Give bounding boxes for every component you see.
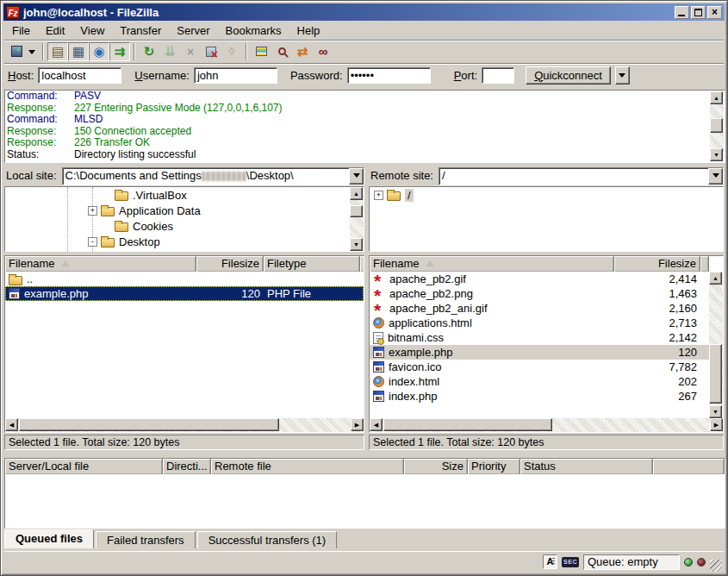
toggle-local-tree-icon[interactable]: ▦ xyxy=(68,42,89,61)
file-row[interactable]: applications.html 2,713 xyxy=(370,316,709,330)
scroll-down-icon[interactable]: ▼ xyxy=(709,405,722,418)
scroll-thumb[interactable] xyxy=(19,418,279,431)
toggle-remote-tree-icon[interactable]: ◉ xyxy=(89,42,109,61)
file-row-example-php[interactable]: example.php 120 xyxy=(370,345,709,360)
column-header-filename[interactable]: Filename xyxy=(370,256,614,272)
tree-item-root[interactable]: + / xyxy=(370,187,723,203)
scroll-up-icon[interactable]: ▲ xyxy=(710,91,723,104)
local-combo-dropdown-icon[interactable] xyxy=(349,168,364,185)
menu-file[interactable]: File xyxy=(4,22,38,39)
file-row[interactable]: index.html 202 xyxy=(370,374,709,389)
file-row-parent-dir[interactable]: .. xyxy=(5,272,364,286)
username-input[interactable] xyxy=(194,67,277,84)
filter-icon[interactable] xyxy=(251,42,271,61)
file-row-example-php[interactable]: example.php 120 PHP File 1 xyxy=(5,286,364,301)
refresh-icon[interactable]: ↻ xyxy=(139,42,159,61)
title-bar[interactable]: Fz john@localhost - FileZilla × xyxy=(3,3,725,21)
refresh-arrows-icon: ↻ xyxy=(144,45,155,58)
quickconnect-dropdown-icon[interactable] xyxy=(615,66,630,85)
column-header-filename[interactable]: Filename xyxy=(5,256,196,272)
menu-view[interactable]: View xyxy=(72,22,112,39)
site-manager-icon[interactable] xyxy=(6,42,27,61)
column-header-direction[interactable]: Directi... xyxy=(163,459,211,474)
close-button[interactable]: × xyxy=(707,6,722,19)
remote-file-list[interactable]: Filename Filesize apache_pb2.gif 2,414 a… xyxy=(369,255,724,433)
file-row[interactable]: apache_pb2_ani.gif 2,160 xyxy=(370,301,709,316)
column-header-size[interactable]: Size xyxy=(404,459,468,474)
tab-failed-transfers[interactable]: Failed transfers xyxy=(96,531,196,548)
process-queue-icon[interactable]: ⇊ xyxy=(159,42,180,61)
scroll-left-icon[interactable]: ◀ xyxy=(370,418,383,431)
sync-browse-icon[interactable]: ⇄ xyxy=(292,42,313,61)
file-row[interactable]: index.php 267 xyxy=(370,389,709,404)
expand-icon[interactable]: + xyxy=(374,191,383,200)
column-header-status[interactable]: Status xyxy=(520,459,653,474)
scroll-thumb[interactable] xyxy=(350,205,363,217)
local-site-combo[interactable]: C:\Documents and Settings\Desktop\ xyxy=(62,167,364,185)
local-directory-tree[interactable]: .VirtualBox +Application Data Cookies -D… xyxy=(4,186,364,252)
host-input[interactable] xyxy=(38,67,121,84)
menu-help[interactable]: Help xyxy=(289,22,328,39)
toggle-log-icon[interactable]: ▤ xyxy=(47,42,68,61)
cancel-icon[interactable]: × xyxy=(180,42,201,61)
column-header-priority[interactable]: Priority xyxy=(468,459,520,474)
tree-item-cookies[interactable]: Cookies xyxy=(5,218,364,234)
scroll-right-icon[interactable]: ▶ xyxy=(351,418,364,431)
resize-grip[interactable] xyxy=(710,560,722,572)
file-row[interactable]: bitnami.css 2,142 xyxy=(370,330,709,345)
scroll-thumb[interactable] xyxy=(709,344,722,404)
column-header-remote-file[interactable]: Remote file xyxy=(211,459,404,474)
scroll-down-icon[interactable]: ▼ xyxy=(710,148,723,161)
disconnect-icon[interactable] xyxy=(201,42,221,61)
toggle-queue-icon[interactable]: ⇉ xyxy=(109,42,130,61)
menu-bookmarks[interactable]: Bookmarks xyxy=(218,22,289,39)
remote-site-combo[interactable]: / xyxy=(439,167,724,185)
menu-transfer[interactable]: Transfer xyxy=(112,22,169,39)
scroll-down-icon[interactable]: ▼ xyxy=(350,238,363,251)
expand-icon[interactable]: + xyxy=(88,206,97,216)
tree-item-desktop[interactable]: -Desktop xyxy=(5,234,364,249)
scroll-right-icon[interactable]: ▶ xyxy=(710,418,723,431)
site-manager-dropdown-icon[interactable] xyxy=(28,50,35,58)
scroll-thumb[interactable] xyxy=(710,118,723,133)
file-row[interactable]: apache_pb2.png 1,463 xyxy=(370,286,709,301)
remote-combo-dropdown-icon[interactable] xyxy=(708,168,723,185)
local-list-hscrollbar[interactable]: ◀ ▶ xyxy=(5,418,364,432)
transfer-type-indicator-icon[interactable]: A xyxy=(543,554,557,569)
transfer-queue[interactable]: Server/Local file Directi... Remote file… xyxy=(4,458,725,529)
log-scrollbar[interactable]: ▲ ▼ xyxy=(710,91,724,161)
local-file-list[interactable]: Filename Filesize Filetype L .. example.… xyxy=(4,255,364,433)
column-header-filesize[interactable]: Filesize xyxy=(196,256,264,272)
collapse-icon[interactable]: - xyxy=(88,237,97,247)
scroll-up-icon[interactable]: ▲ xyxy=(709,272,722,285)
encryption-indicator-icon[interactable]: SEC xyxy=(562,557,579,567)
minimize-button[interactable] xyxy=(675,6,689,19)
find-files-icon[interactable]: ∞ xyxy=(313,42,333,61)
remote-list-vscrollbar[interactable]: ▲ ▼ xyxy=(709,272,723,418)
column-header-lastmodified[interactable]: L xyxy=(360,256,364,272)
tree-item-application-data[interactable]: +Application Data xyxy=(5,203,364,218)
menu-server[interactable]: Server xyxy=(169,22,217,39)
reconnect-icon[interactable]: ◊ xyxy=(221,42,242,61)
port-input[interactable] xyxy=(482,67,514,84)
maximize-button[interactable] xyxy=(691,6,706,19)
scroll-thumb[interactable] xyxy=(383,418,552,431)
column-header-filesize[interactable]: Filesize xyxy=(614,256,700,272)
remote-list-hscrollbar[interactable]: ◀ ▶ xyxy=(370,418,723,432)
scroll-left-icon[interactable]: ◀ xyxy=(5,418,18,431)
column-header-filetype[interactable]: Filetype xyxy=(264,256,360,272)
tab-queued-files[interactable]: Queued files xyxy=(4,529,94,548)
menu-edit[interactable]: Edit xyxy=(38,22,72,39)
message-log[interactable]: Command:PASV Response:227 Entering Passi… xyxy=(4,90,725,163)
compare-icon[interactable] xyxy=(271,42,292,61)
local-tree-scrollbar[interactable]: ▲ ▼ xyxy=(350,187,364,251)
password-input[interactable] xyxy=(347,67,431,84)
column-header-server-local-file[interactable]: Server/Local file xyxy=(5,459,163,474)
tab-successful-transfers[interactable]: Successful transfers (1) xyxy=(197,531,338,548)
tree-item-virtualbox[interactable]: .VirtualBox xyxy=(5,187,364,203)
scroll-up-icon[interactable]: ▲ xyxy=(350,187,363,200)
quickconnect-button[interactable]: Quickconnect xyxy=(526,66,611,85)
remote-directory-tree[interactable]: + / xyxy=(369,186,724,252)
file-row[interactable]: favicon.ico 7,782 xyxy=(370,360,709,374)
file-row[interactable]: apache_pb2.gif 2,414 xyxy=(370,272,709,286)
